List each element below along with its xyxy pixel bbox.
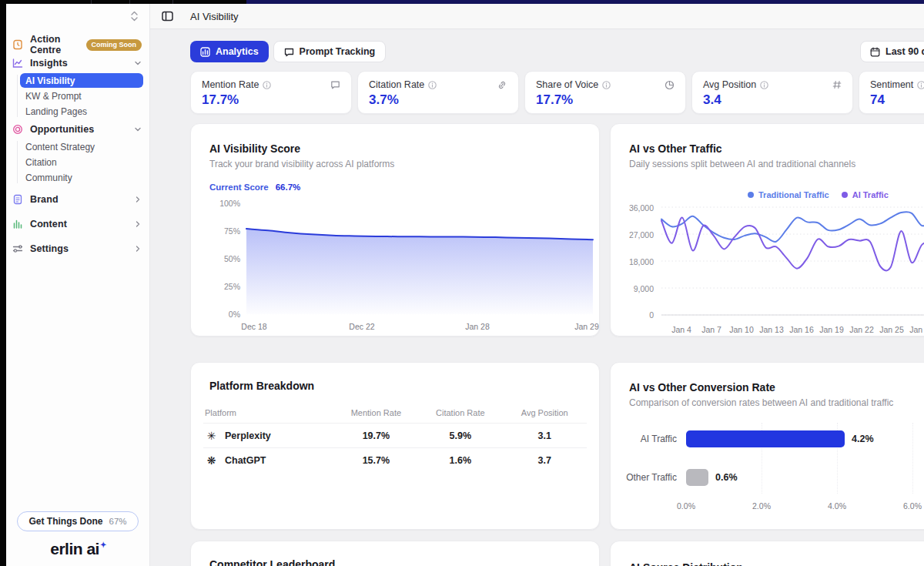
metric-card-mention-rate: Mention Rate 17.7%	[190, 71, 352, 114]
sidebar-item-label: Settings	[30, 243, 69, 254]
card-title: AI vs Other Conversion Rate	[629, 381, 924, 394]
table-row-perplexity: ✳Perplexity 19.7% 5.9% 3.1	[203, 423, 587, 447]
ai-traffic-bar	[686, 430, 845, 447]
ai-vs-other-traffic-card: AI vs Other Traffic Daily sessions split…	[610, 123, 924, 337]
document-icon	[12, 194, 23, 205]
sidebar-item-settings[interactable]: Settings	[6, 240, 149, 257]
sidebar-item-label: Action Centre	[30, 34, 80, 55]
info-icon[interactable]	[428, 81, 437, 89]
metric-value: 3.4	[703, 92, 842, 108]
chevron-right-icon	[134, 220, 142, 228]
tab-prompt-tracking[interactable]: Prompt Tracking	[273, 41, 387, 62]
traffic-chart: 36,000 27,000 18,000 9,000 0 Jan 4 Jan 7…	[611, 204, 924, 337]
date-range-button[interactable]: Last 90 days	[860, 41, 924, 62]
clipboard-clock-icon	[12, 39, 23, 50]
metric-card-avg-position: Avg Position 3.4	[691, 71, 853, 114]
sidebar-item-content-strategy[interactable]: Content Strategy	[20, 139, 143, 154]
opportunities-subgroup: Content Strategy Citation Community	[6, 139, 149, 185]
chevron-right-icon	[134, 196, 142, 203]
browser-top-strip	[0, 0, 924, 4]
sidebar-item-kw-prompt[interactable]: KW & Prompt	[20, 89, 143, 103]
card-title: Platform Breakdown	[203, 380, 587, 392]
sidebar-item-label: Content	[30, 219, 67, 229]
competitor-leaderboard-card: Competitor Leaderboard	[190, 541, 600, 566]
get-things-done-button[interactable]: Get Things Done 67%	[17, 511, 138, 531]
app-window: Action Centre Coming Soon Insights AI Vi…	[0, 0, 924, 566]
chevron-down-icon	[134, 126, 142, 133]
table-row-chatgpt: ❋ChatGPT 15.7% 1.6% 3.7	[203, 447, 587, 472]
coming-soon-badge: Coming Soon	[86, 39, 142, 51]
visibility-score-chart: 100% 75% 50% 25% 0% Dec 18 Dec 22 Jan 28…	[209, 201, 594, 340]
line-chart-icon	[12, 58, 23, 69]
link-icon	[497, 80, 507, 90]
metric-card-share-of-voice: Share of Voice 17.7%	[524, 71, 686, 114]
calendar-icon	[870, 47, 880, 57]
page-title: AI Visibility	[190, 11, 239, 22]
erlin-ai-logo: erlin ai✦	[50, 540, 105, 558]
sidebar-item-insights[interactable]: Insights	[6, 55, 149, 72]
bar-row-ai-traffic: AI Traffic 4.2%	[611, 430, 924, 447]
info-icon[interactable]	[917, 81, 924, 89]
sidebar-item-citation[interactable]: Citation	[20, 155, 143, 169]
message-icon	[330, 80, 340, 90]
ai-vs-other-conversion-card: AI vs Other Conversion Rate Comparison o…	[610, 362, 924, 530]
get-things-done-percent: 67%	[109, 517, 126, 526]
ai-source-distribution-card: AI Source Distribution	[610, 541, 924, 566]
card-title: AI vs Other Traffic	[629, 142, 924, 155]
area-chart-svg	[246, 201, 593, 316]
current-score: Current Score 66.7%	[209, 183, 581, 192]
sidebar-item-opportunities[interactable]: Opportunities	[6, 121, 149, 138]
target-icon	[12, 124, 23, 135]
sliders-icon	[12, 243, 23, 254]
bars-icon	[12, 219, 23, 229]
card-title: AI Source Distribution	[629, 561, 924, 566]
table-header: Platform Mention Rate Citation Rate Avg …	[203, 403, 587, 423]
sidebar-item-community[interactable]: Community	[20, 170, 143, 185]
platform-breakdown-card: Platform Breakdown Platform Mention Rate…	[190, 362, 600, 530]
page-header: AI Visibility	[150, 4, 924, 29]
metric-value: 17.7%	[202, 92, 340, 108]
metric-card-sentiment: Sentiment 74	[859, 71, 924, 114]
perplexity-icon: ✳	[205, 430, 218, 442]
dashboard-content: Analytics Prompt Tracking Last 90 days M…	[150, 29, 924, 566]
sidebar-toggle-icon[interactable]	[161, 10, 173, 22]
sidebar-item-label: Insights	[30, 58, 68, 69]
info-icon[interactable]	[263, 81, 271, 89]
info-icon[interactable]	[602, 81, 611, 89]
card-title: AI Visibility Score	[209, 142, 581, 155]
sidebar-nav: Action Centre Coming Soon Insights AI Vi…	[6, 30, 149, 257]
traffic-legend: Traditional Traffic AI Traffic	[748, 190, 889, 199]
bar-row-other-traffic: Other Traffic 0.6%	[611, 469, 924, 486]
sidebar: Action Centre Coming Soon Insights AI Vi…	[6, 4, 150, 566]
platform-table: Platform Mention Rate Citation Rate Avg …	[203, 403, 587, 472]
ai-visibility-score-card: AI Visibility Score Track your brand vis…	[190, 123, 600, 337]
pie-icon	[665, 80, 675, 90]
sidebar-item-label: Opportunities	[30, 124, 94, 135]
sparkle-icon: ✦	[100, 541, 106, 549]
sidebar-item-action-centre[interactable]: Action Centre Coming Soon	[6, 36, 149, 53]
chevron-up-down-icon[interactable]	[130, 11, 139, 22]
chevron-down-icon	[134, 59, 142, 67]
card-subtitle: Daily sessions split between AI and trad…	[629, 159, 924, 169]
bar-chart-icon	[200, 47, 210, 57]
sidebar-item-brand[interactable]: Brand	[6, 191, 149, 208]
sidebar-item-content[interactable]: Content	[6, 216, 149, 233]
sidebar-item-label: Brand	[30, 194, 59, 205]
info-icon[interactable]	[760, 81, 768, 89]
sidebar-item-ai-visibility[interactable]: AI Visibility	[20, 73, 143, 88]
chat-bubble-icon	[284, 47, 294, 57]
card-title: Competitor Leaderboard	[209, 558, 581, 566]
other-traffic-bar	[686, 469, 708, 486]
sidebar-item-landing-pages[interactable]: Landing Pages	[20, 104, 143, 119]
tab-analytics[interactable]: Analytics	[190, 41, 269, 62]
metric-value: 74	[870, 92, 924, 108]
card-subtitle: Track your brand visibility across AI pl…	[209, 159, 581, 169]
insights-subgroup: AI Visibility KW & Prompt Landing Pages	[6, 73, 149, 119]
metric-value: 17.7%	[536, 92, 675, 108]
browser-tab-strip	[0, 0, 246, 4]
chatgpt-icon: ❋	[205, 454, 218, 467]
screen-left-edge	[0, 0, 6, 566]
card-subtitle: Comparison of conversion rates between A…	[629, 397, 924, 408]
metric-value: 3.7%	[369, 92, 507, 108]
workspace-selector[interactable]	[6, 4, 149, 30]
